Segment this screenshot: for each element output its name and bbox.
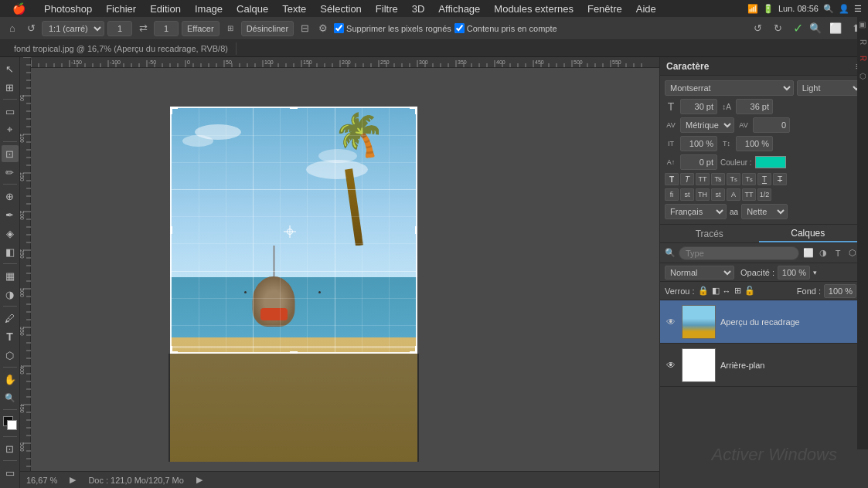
ratio-select[interactable]: 1:1 (carré): [42, 21, 104, 36]
settings-icon[interactable]: ⚙: [315, 21, 331, 36]
search-icon[interactable]: 🔍: [823, 4, 834, 14]
height-input[interactable]: [154, 21, 179, 36]
bold-btn[interactable]: T: [665, 173, 679, 185]
swsh-btn[interactable]: A: [727, 188, 740, 201]
fill-input[interactable]: [824, 284, 856, 298]
brush-tool[interactable]: ✒: [2, 206, 19, 223]
swap-icon[interactable]: ⇄: [135, 21, 151, 36]
aa-select[interactable]: Nette: [741, 204, 788, 219]
hscale-input[interactable]: [680, 136, 717, 151]
color-swatch[interactable]: [755, 156, 786, 168]
salt-btn[interactable]: 1/2: [757, 188, 771, 201]
menu-photoshop[interactable]: Photoshop: [38, 2, 98, 16]
filter-adjust-btn[interactable]: ◑: [817, 247, 829, 259]
menu-calque[interactable]: Calque: [230, 2, 274, 16]
contenu-pris-checkbox[interactable]: [454, 23, 465, 33]
vscale-input[interactable]: [736, 136, 773, 151]
superscript-btn[interactable]: Ts: [727, 173, 740, 185]
pen-tool[interactable]: 🖊: [2, 310, 19, 327]
apple-menu[interactable]: 🍎: [6, 1, 32, 16]
dlig-btn[interactable]: st: [711, 188, 725, 201]
menu-selection[interactable]: Sélection: [314, 2, 367, 16]
shape-tool[interactable]: ⬡: [2, 347, 19, 364]
liga-btn[interactable]: TH: [696, 188, 710, 201]
supprimer-pixels-checkbox[interactable]: [334, 23, 344, 33]
font-style-select[interactable]: Light: [797, 80, 863, 96]
quick-mask-tool[interactable]: ⊡: [2, 440, 19, 457]
menu-list-icon[interactable]: ☰: [854, 4, 862, 14]
lock-icon[interactable]: 🔒: [698, 286, 709, 296]
redo-icon[interactable]: ↻: [770, 21, 785, 36]
menu-fichier[interactable]: Fichier: [100, 2, 142, 16]
erase-tool[interactable]: ◧: [2, 243, 19, 260]
marquee-tool[interactable]: ▭: [2, 103, 19, 120]
smallcaps-btn[interactable]: Ts: [711, 173, 725, 185]
lasso-tool[interactable]: ⌖: [2, 121, 19, 138]
panel-strip-btn-3[interactable]: R: [859, 56, 867, 61]
grid-icon[interactable]: ⊟: [297, 21, 312, 36]
clone-tool[interactable]: ◈: [2, 225, 19, 242]
undo-icon[interactable]: ↺: [750, 21, 765, 36]
kerning-select[interactable]: Métrique: [680, 117, 734, 133]
menu-aide[interactable]: Aide: [630, 2, 662, 16]
canvas-area[interactable]: -150-100-5005010015020025030035040045050…: [20, 57, 659, 488]
crop-tool[interactable]: ⊡: [2, 145, 19, 162]
frac-btn[interactable]: fi: [665, 188, 679, 201]
layer-item-1[interactable]: 👁 Arrière-plan: [660, 344, 868, 387]
menu-texte[interactable]: Texte: [276, 2, 312, 16]
allcaps-btn[interactable]: TT: [696, 173, 710, 185]
menu-3d[interactable]: 3D: [406, 2, 431, 16]
hand-tool[interactable]: ✋: [2, 371, 19, 388]
eyedropper-tool[interactable]: ✏: [2, 164, 19, 181]
heal-tool[interactable]: ⊕: [2, 188, 19, 205]
tracking-input[interactable]: [753, 117, 790, 133]
lock-move-icon[interactable]: ↔: [723, 286, 731, 296]
color-swatches[interactable]: [2, 415, 19, 432]
strikethrough-btn[interactable]: T: [773, 173, 787, 185]
user-icon[interactable]: 👤: [839, 4, 849, 14]
ordn-btn[interactable]: st: [680, 188, 694, 201]
menu-filtre[interactable]: Filtre: [369, 2, 404, 16]
lock-artboard-icon[interactable]: ⊞: [734, 286, 741, 296]
layers-search-input[interactable]: [679, 246, 799, 260]
menu-edition[interactable]: Edition: [144, 2, 187, 16]
layer-visibility-0[interactable]: 👁: [665, 316, 677, 328]
layer-item-0[interactable]: 👁 Aperçu du recadrage: [660, 300, 868, 344]
photo-container[interactable]: 🌴: [170, 107, 417, 462]
font-family-select[interactable]: Montserrat: [665, 80, 794, 96]
menu-image[interactable]: Image: [189, 2, 229, 16]
artboard-tool[interactable]: ⊞: [2, 79, 19, 96]
menu-modules[interactable]: Modules externes: [488, 2, 580, 16]
layer-visibility-1[interactable]: 👁: [665, 359, 677, 371]
rotate-icon[interactable]: ↺: [23, 21, 39, 36]
traces-tab[interactable]: Tracés: [660, 225, 759, 242]
fullscreen-icon[interactable]: ⬜: [828, 21, 843, 36]
move-tool[interactable]: ↖: [2, 60, 19, 77]
blend-mode-select[interactable]: Normal: [665, 266, 734, 280]
zoom-tool[interactable]: 🔍: [2, 389, 19, 406]
filter-pixel-btn[interactable]: ⬜: [802, 247, 815, 259]
gradient-tool[interactable]: ▦: [2, 267, 19, 284]
screen-mode-tool[interactable]: ▭: [2, 464, 19, 481]
home-icon[interactable]: ⌂: [5, 21, 20, 36]
lock-all-icon[interactable]: 🔓: [744, 286, 755, 296]
font-size-input[interactable]: [680, 99, 717, 114]
italic-btn[interactable]: T: [680, 173, 694, 185]
filter-type-btn[interactable]: T: [832, 247, 844, 259]
magnify-icon[interactable]: 🔍: [808, 21, 823, 36]
subscript-btn[interactable]: Ts: [742, 173, 756, 185]
menu-fenetre[interactable]: Fenêtre: [581, 2, 628, 16]
language-select[interactable]: Français: [665, 204, 727, 219]
opacity-chevron[interactable]: ▾: [813, 269, 817, 276]
document-tab[interactable]: fond tropical.jpg @ 16,7% (Aperçu du rec…: [6, 42, 237, 55]
underline-btn[interactable]: T: [757, 173, 771, 185]
menu-affichage[interactable]: Affichage: [432, 2, 486, 16]
lock-pixel-icon[interactable]: ◧: [712, 286, 720, 296]
opacity-input[interactable]: [778, 266, 810, 280]
baseline-input[interactable]: [680, 154, 717, 170]
effacer-button[interactable]: Effacer: [182, 21, 220, 36]
background-color[interactable]: [7, 420, 17, 430]
desincliner-button[interactable]: Désincliner: [241, 21, 294, 36]
leading-input[interactable]: [736, 99, 773, 114]
width-input[interactable]: [107, 21, 132, 36]
